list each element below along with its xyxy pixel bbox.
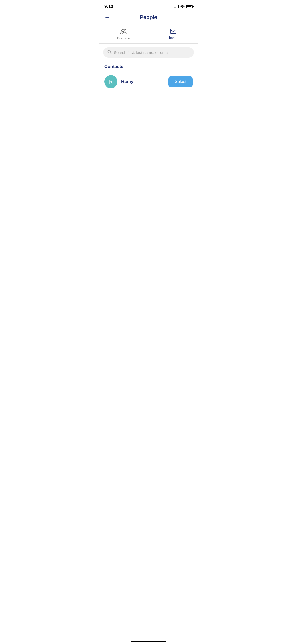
wifi-icon [180, 5, 185, 9]
svg-rect-2 [170, 29, 176, 33]
search-container [99, 44, 198, 61]
search-icon [107, 50, 112, 55]
page-title: People [140, 14, 157, 20]
tab-discover-label: Discover [117, 36, 130, 40]
tab-invite[interactable]: Invite [149, 25, 198, 43]
back-arrow-icon: ← [104, 14, 110, 21]
contacts-section: Contacts R Ramy Select [99, 61, 198, 93]
status-time: 9:13 [104, 4, 113, 9]
discover-icon [120, 29, 128, 35]
search-input[interactable] [114, 50, 190, 55]
tab-invite-label: Invite [169, 36, 177, 40]
contact-name: Ramy [121, 79, 165, 84]
svg-point-1 [124, 30, 126, 31]
avatar: R [104, 75, 117, 88]
invite-icon [170, 29, 176, 35]
tab-discover[interactable]: Discover [99, 25, 149, 43]
search-bar [103, 47, 194, 58]
select-button[interactable]: Select [168, 76, 193, 87]
tabs: Discover Invite [99, 25, 198, 44]
nav-header: ← People [99, 12, 198, 25]
battery-icon [186, 5, 193, 8]
signal-icon [174, 5, 179, 8]
back-button[interactable]: ← [104, 14, 110, 21]
status-icons [174, 5, 193, 9]
avatar-letter: R [109, 79, 113, 85]
list-item: R Ramy Select [104, 73, 193, 93]
contacts-label: Contacts [104, 64, 193, 69]
status-bar: 9:13 [99, 0, 198, 12]
